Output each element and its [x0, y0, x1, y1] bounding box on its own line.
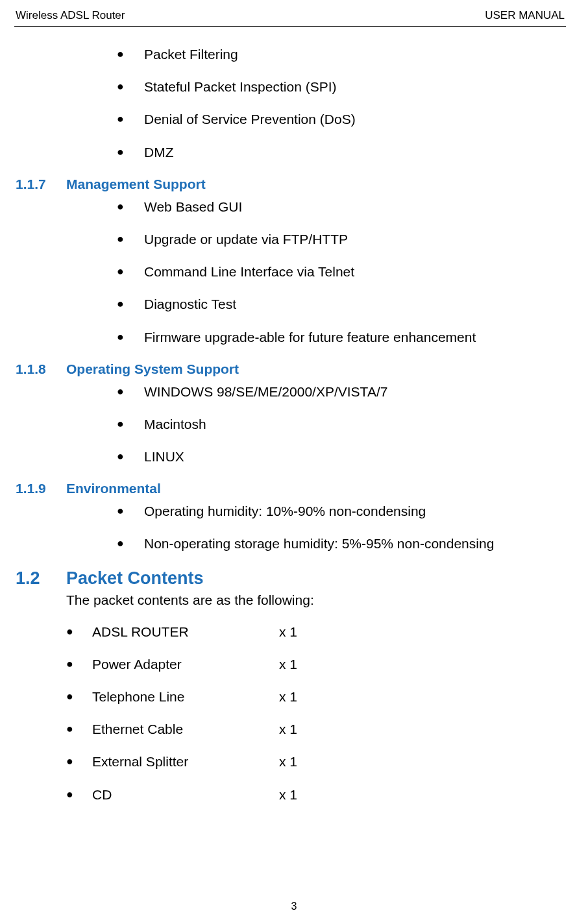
heading-number: 1.2 [14, 568, 66, 589]
section-118-list: WINDOWS 98/SE/ME/2000/XP/VISTA/7 Macinto… [14, 383, 566, 465]
item-name: Power Adapter [92, 656, 279, 672]
list-item: Operating humidity: 10%-90% non-condensi… [117, 503, 566, 519]
list-item: Upgrade or update via FTP/HTTP [117, 231, 566, 247]
heading-12: 1.2 Packet Contents [14, 568, 566, 589]
heading-title: Environmental [66, 481, 161, 496]
list-item: Stateful Packet Inspection (SPI) [117, 79, 566, 95]
header-left: Wireless ADSL Router [16, 9, 125, 22]
list-item: Firmware upgrade-able for future feature… [117, 329, 566, 345]
page-number: 3 [0, 901, 588, 912]
item-qty: x 1 [279, 624, 297, 640]
list-item: External Splitter x 1 [66, 753, 566, 770]
heading-title: Operating System Support [66, 361, 239, 377]
heading-number: 1.1.9 [14, 481, 66, 496]
item-qty: x 1 [279, 656, 297, 672]
list-item: LINUX [117, 448, 566, 465]
list-item: Macintosh [117, 416, 566, 432]
list-item: WINDOWS 98/SE/ME/2000/XP/VISTA/7 [117, 383, 566, 400]
list-item: CD x 1 [66, 786, 566, 803]
item-name: External Splitter [92, 753, 279, 770]
item-qty: x 1 [279, 688, 297, 705]
item-name: CD [92, 786, 279, 803]
item-qty: x 1 [279, 753, 297, 770]
heading-title: Packet Contents [66, 568, 204, 589]
item-name: ADSL ROUTER [92, 624, 279, 640]
list-item: Denial of Service Prevention (DoS) [117, 111, 566, 127]
heading-title: Management Support [66, 176, 206, 192]
section-12-intro: The packet contents are as the following… [14, 592, 566, 608]
list-item: Command Line Interface via Telnet [117, 263, 566, 280]
section-12-list: ADSL ROUTER x 1 Power Adapter x 1 Teleph… [14, 624, 566, 803]
item-name: Telephone Line [92, 688, 279, 705]
list-item: Power Adapter x 1 [66, 656, 566, 672]
header-right: USER MANUAL [485, 9, 565, 22]
section-117-list: Web Based GUI Upgrade or update via FTP/… [14, 199, 566, 345]
heading-117: 1.1.7 Management Support [14, 176, 566, 192]
list-item: Web Based GUI [117, 199, 566, 215]
heading-119: 1.1.9 Environmental [14, 481, 566, 496]
list-item: Diagnostic Test [117, 296, 566, 312]
heading-118: 1.1.8 Operating System Support [14, 361, 566, 377]
item-qty: x 1 [279, 721, 297, 737]
list-item: Non-operating storage humidity: 5%-95% n… [117, 535, 566, 552]
list-item: ADSL ROUTER x 1 [66, 624, 566, 640]
list-item: DMZ [117, 144, 566, 160]
item-qty: x 1 [279, 786, 297, 803]
section-116-list: Packet Filtering Stateful Packet Inspect… [14, 46, 566, 160]
page-header: Wireless ADSL Router USER MANUAL [14, 9, 566, 27]
item-name: Ethernet Cable [92, 721, 279, 737]
section-119-list: Operating humidity: 10%-90% non-condensi… [14, 503, 566, 552]
list-item: Ethernet Cable x 1 [66, 721, 566, 737]
list-item: Packet Filtering [117, 46, 566, 62]
heading-number: 1.1.8 [14, 361, 66, 377]
list-item: Telephone Line x 1 [66, 688, 566, 705]
heading-number: 1.1.7 [14, 176, 66, 192]
